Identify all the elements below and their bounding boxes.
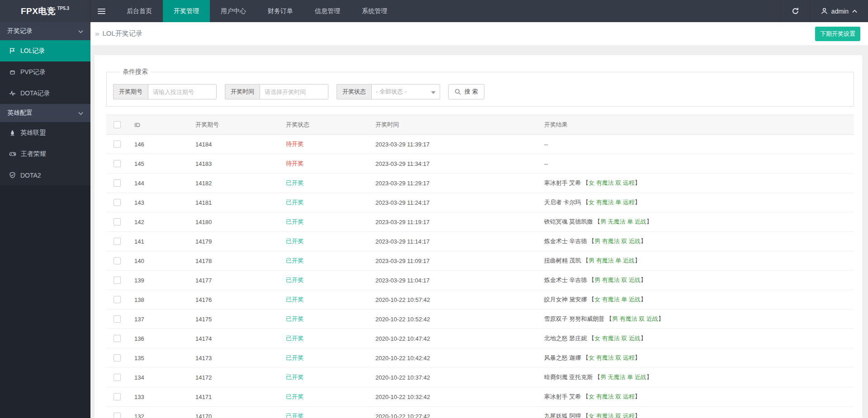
- result-tags: 女 有魔法 双 近战: [594, 335, 640, 342]
- cell-time: 2020-10-22 10:57:42: [372, 290, 541, 310]
- row-checkbox[interactable]: [114, 315, 121, 323]
- search-field-1: 开奖时间: [225, 84, 328, 99]
- hamburger-icon[interactable]: [90, 0, 112, 22]
- dota2-shield-icon: [9, 172, 16, 178]
- cell-time: 2023-03-29 11:24:17: [372, 193, 541, 212]
- status-badge: 已开奖: [282, 193, 372, 212]
- cell-result: 炼金术士 辛吉德 【男 有魔法 双 近战】: [541, 271, 854, 290]
- cell-issue: 14182: [192, 174, 282, 193]
- status-select[interactable]: - 全部状态 -: [371, 84, 440, 99]
- cell-issue: 14175: [192, 310, 282, 329]
- cell-result: 暗裔剑魔 亚托克斯 【男 无魔法 单 近战】: [541, 368, 854, 387]
- cell-result: 九尾妖狐 阿狸 【女 有魔法 双 远程】: [541, 407, 854, 418]
- user-menu[interactable]: admin: [810, 0, 868, 22]
- cell-result: 炼金术士 辛吉德 【男 有魔法 双 近战】: [541, 232, 854, 251]
- field-label: 开奖期号: [113, 84, 148, 99]
- table-row: 13714175已开奖2020-10-22 10:52:42雪原双子 努努和威朗…: [106, 310, 854, 329]
- row-checkbox[interactable]: [114, 413, 121, 418]
- search-field-0: 开奖期号: [113, 84, 217, 99]
- col-header-time: 开奖时间: [372, 115, 541, 135]
- cell-time: 2020-10-22 10:42:42: [372, 348, 541, 368]
- cell-issue: 14174: [192, 329, 282, 348]
- row-checkbox[interactable]: [114, 257, 121, 264]
- row-checkbox[interactable]: [114, 218, 121, 225]
- sidebar-item-DOTA记录[interactable]: DOTA记录: [0, 83, 90, 104]
- status-badge: 已开奖: [282, 290, 372, 310]
- status-badge: 待开奖: [282, 135, 372, 154]
- cell-result: 雪原双子 努努和威朗普 【男 有魔法 双 近战】: [541, 310, 854, 329]
- sidebar-item-LOL记录[interactable]: LOL记录: [0, 40, 90, 61]
- nav-tab-2[interactable]: 用户中心: [210, 0, 257, 22]
- row-checkbox[interactable]: [114, 354, 121, 362]
- cell-time: 2023-03-29 11:09:17: [372, 251, 541, 271]
- result-hero-name: 天启者 卡尔玛: [544, 199, 581, 206]
- cell-id: 139: [131, 271, 192, 290]
- content-area: 条件搜索 开奖期号开奖时间开奖状态- 全部状态 -搜 索 ID: [90, 45, 868, 418]
- result-hero-name: 风暴之怒 迦娜: [544, 354, 581, 361]
- result-tags: 女 有魔法 双 远程: [588, 179, 635, 186]
- col-header-status: 开奖状态: [282, 115, 372, 135]
- table-row: 13814176已开奖2020-10-22 10:57:42皎月女神 黛安娜 【…: [106, 290, 854, 310]
- next-draw-settings-button[interactable]: 下期开奖设置: [815, 27, 860, 41]
- cell-id: 136: [131, 329, 192, 348]
- row-checkbox[interactable]: [114, 393, 121, 400]
- row-checkbox[interactable]: [114, 335, 121, 342]
- search-button-label: 搜 索: [465, 88, 478, 96]
- cell-issue: 14179: [192, 232, 282, 251]
- nav-tab-3[interactable]: 财务订单: [257, 0, 304, 22]
- nav-tab-4[interactable]: 信息管理: [304, 0, 351, 22]
- chevron-down-icon: [78, 28, 83, 35]
- row-checkbox[interactable]: [114, 179, 121, 187]
- status-badge: 已开奖: [282, 329, 372, 348]
- search-legend: 条件搜索: [119, 68, 151, 76]
- sidebar-group-0[interactable]: 开奖记录: [0, 22, 90, 40]
- refresh-icon[interactable]: [781, 0, 810, 22]
- cell-time: 2023-03-29 11:19:17: [372, 212, 541, 232]
- row-checkbox[interactable]: [114, 238, 121, 245]
- cell-result: 铁铠冥魂 莫德凯撒 【男 无魔法 单 近战】: [541, 212, 854, 232]
- result-bracket-close: 】: [640, 238, 646, 244]
- sidebar-item-DOTA2[interactable]: DOTA2: [0, 164, 90, 186]
- row-checkbox[interactable]: [114, 199, 121, 206]
- result-bracket-close: 】: [635, 257, 640, 264]
- sidebar-item-label: PVP记录: [20, 68, 46, 76]
- row-checkbox[interactable]: [114, 160, 121, 167]
- sidebar-group-1[interactable]: 英雄配置: [0, 104, 90, 122]
- cell-issue: 14184: [192, 135, 282, 154]
- app-logo-version: TP5.3: [57, 6, 69, 11]
- sidebar-item-英雄联盟[interactable]: 英雄联盟: [0, 122, 90, 143]
- issue-input[interactable]: [148, 84, 217, 99]
- sidebar: 开奖记录LOL记录PVP记录DOTA记录英雄配置英雄联盟王者荣耀DOTA2: [0, 22, 90, 418]
- cell-time: 2020-10-22 10:32:42: [372, 387, 541, 407]
- table-row: 14514183待开奖2023-03-29 11:34:17--: [106, 154, 854, 174]
- table-row: 14614184待开奖2023-03-29 11:39:17--: [106, 135, 854, 154]
- cell-issue: 14173: [192, 348, 282, 368]
- topbar: FPX电竞 TP5.3 后台首页开奖管理用户中心财务订单信息管理系统管理 adm…: [0, 0, 868, 22]
- breadcrumb-icon: »: [95, 30, 99, 38]
- chevron-up-icon: [852, 9, 857, 13]
- table-row: 13914177已开奖2023-03-29 11:04:17炼金术士 辛吉德 【…: [106, 271, 854, 290]
- result-tags: 男 有魔法 双 近战: [612, 315, 658, 322]
- result-bracket-open: 【: [583, 179, 588, 186]
- time-input[interactable]: [260, 84, 328, 99]
- row-checkbox[interactable]: [114, 296, 121, 303]
- nav-tab-5[interactable]: 系统管理: [351, 0, 398, 22]
- row-checkbox[interactable]: [114, 277, 121, 284]
- search-button[interactable]: 搜 索: [448, 84, 484, 99]
- status-select-value: - 全部状态 -: [376, 88, 407, 96]
- select-all-checkbox[interactable]: [114, 121, 121, 128]
- sidebar-item-PVP记录[interactable]: PVP记录: [0, 61, 90, 83]
- cell-time: 2023-03-29 11:04:17: [372, 271, 541, 290]
- status-badge: 已开奖: [282, 251, 372, 271]
- nav-tab-0[interactable]: 后台首页: [116, 0, 163, 22]
- row-checkbox[interactable]: [114, 141, 121, 148]
- status-badge: 已开奖: [282, 271, 372, 290]
- row-checkbox[interactable]: [114, 374, 121, 381]
- search-row: 开奖期号开奖时间开奖状态- 全部状态 -搜 索: [113, 84, 847, 99]
- sidebar-item-王者荣耀[interactable]: 王者荣耀: [0, 143, 90, 164]
- table-row: 13514173已开奖2020-10-22 10:42:42风暴之怒 迦娜 【女…: [106, 348, 854, 368]
- cell-time: 2020-10-22 10:47:42: [372, 329, 541, 348]
- cell-result: --: [541, 135, 854, 154]
- cell-result: 天启者 卡尔玛 【女 有魔法 单 远程】: [541, 193, 854, 212]
- nav-tab-1[interactable]: 开奖管理: [163, 0, 210, 22]
